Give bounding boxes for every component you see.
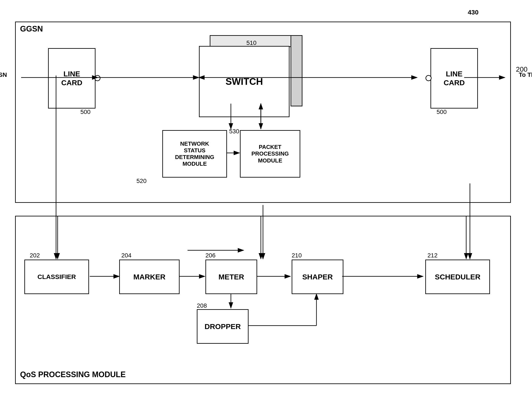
ref-206: 206	[205, 252, 216, 259]
ref-208: 208	[197, 302, 207, 309]
junction-left	[95, 75, 100, 81]
diagram-container: 430 GGSN LINECARD LINECARD SWITCH NETWOR…	[9, 9, 522, 406]
ref-204: 204	[121, 252, 132, 259]
ref-500-right: 500	[437, 109, 447, 115]
packet-processing-box: PACKETPROCESSINGMODULE	[240, 130, 300, 178]
dropper-label: DROPPER	[205, 322, 241, 331]
network-status-box: NETWORKSTATUSDETERMININGMODULE	[162, 130, 227, 178]
dropper-box: DROPPER	[197, 309, 248, 344]
junction-right	[426, 75, 432, 81]
network-status-label: NETWORKSTATUSDETERMININGMODULE	[175, 140, 214, 168]
to-sgsn-label: To SGSN	[0, 71, 7, 78]
ref-500-left: 500	[80, 109, 91, 115]
ref-212: 212	[428, 252, 437, 259]
meter-box: METER	[205, 259, 257, 294]
qos-arrows-svg	[16, 217, 510, 383]
meter-label: METER	[218, 273, 244, 281]
packet-processing-label: PACKETPROCESSINGMODULE	[251, 144, 289, 164]
scheduler-label: SCHEDULER	[435, 273, 481, 281]
ref-430: 430	[468, 9, 479, 16]
ref-510: 510	[246, 40, 256, 46]
ref-200: 200	[516, 65, 527, 73]
shaper-box: SHAPER	[292, 259, 343, 294]
classifier-box: CLASSIFIER	[24, 259, 89, 294]
switch-label: SWITCH	[226, 76, 263, 87]
qos-label: QoS PROCESSING MODULE	[20, 370, 126, 379]
ref-530: 530	[229, 128, 239, 135]
ref-202: 202	[30, 252, 40, 259]
ggsn-box: GGSN LINECARD LINECARD SWITCH NETWORKSTA…	[15, 21, 511, 203]
ggsn-label: GGSN	[20, 24, 43, 33]
switch-side-face	[291, 35, 303, 106]
ref-520: 520	[136, 178, 147, 185]
marker-box: MARKER	[119, 259, 180, 294]
ref-210: 210	[292, 252, 302, 259]
marker-label: MARKER	[133, 273, 165, 281]
switch-3d: SWITCH	[199, 35, 303, 117]
line-card-right: LINECARD	[430, 48, 478, 109]
scheduler-box: SCHEDULER	[425, 259, 490, 294]
switch-front-face: SWITCH	[199, 46, 289, 117]
shaper-label: SHAPER	[302, 273, 333, 281]
classifier-label: CLASSIFIER	[38, 273, 76, 281]
line-card-right-label: LINECARD	[444, 69, 465, 87]
qos-box: QoS PROCESSING MODULE CLASSIFIER MARKER …	[15, 216, 511, 384]
line-card-left: LINECARD	[48, 48, 95, 109]
line-card-left-label: LINECARD	[61, 69, 82, 87]
